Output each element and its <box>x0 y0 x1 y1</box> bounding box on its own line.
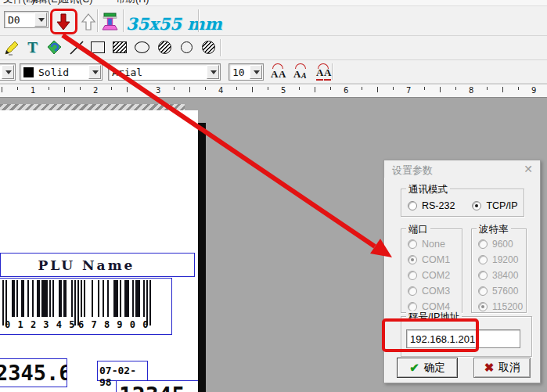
menu-item-3[interactable]: 通讯(C) <box>59 0 92 6</box>
scale-device-icon <box>101 11 120 31</box>
plu-name-field[interactable]: PLU Name <box>0 253 195 277</box>
chevron-down-icon[interactable] <box>34 13 47 27</box>
ruler-number: 7 <box>406 86 411 95</box>
radio-none: None <box>408 236 450 252</box>
upload-from-scale-button[interactable] <box>78 12 98 31</box>
download-to-scale-button[interactable] <box>53 12 73 31</box>
font-underline-button[interactable]: A A <box>313 63 334 81</box>
radio-com2: COM2 <box>408 268 450 283</box>
font-size-value: 10 <box>232 67 245 78</box>
dialog-title-bar[interactable]: 设置参数 ✕ <box>384 160 540 178</box>
ok-button[interactable]: ✔ 确定 <box>397 358 458 378</box>
scale-settings-button[interactable] <box>100 11 120 31</box>
radio-icon <box>478 271 488 280</box>
fill-style-value: Solid <box>38 67 69 78</box>
ruler-tick <box>111 87 112 90</box>
label-number-combobox[interactable]: D0 <box>4 11 49 28</box>
label-top-hatch-border <box>0 104 185 110</box>
ellipse-outline-icon <box>135 41 149 53</box>
radio-19200: 19200 <box>478 252 523 268</box>
fill-swatch-black <box>23 67 34 77</box>
radio-icon <box>408 271 417 280</box>
ruler-tick <box>440 87 441 92</box>
rectangle-hatched-icon <box>113 41 127 53</box>
label-editor-window: 文件(F)编辑(E)通讯(C)帮助(H) D0 35x55 <box>0 0 547 392</box>
ruler-number: 2 <box>93 86 98 95</box>
label-design-page[interactable]: PLU Name 0 1 2 3 4 5 6 7 8 9 0 0 2345.6 … <box>0 110 198 392</box>
font-name-value: Arial <box>112 67 142 78</box>
date-field[interactable]: 07-02-98 <box>97 361 148 381</box>
ruler-tick <box>252 87 253 92</box>
radio-icon[interactable] <box>472 201 481 210</box>
baud-rate-group: 波特率 9600192003840057600115200 <box>471 228 527 313</box>
baud-rate-label: 波特率 <box>477 223 511 236</box>
circle-tool-button[interactable] <box>177 38 196 57</box>
ruler-tick <box>49 87 49 90</box>
ruler-tick <box>330 87 331 90</box>
radio-icon <box>478 302 488 311</box>
ip-address-label: 秤号/IP地址 <box>406 311 462 324</box>
ellipse-hatched-icon <box>158 41 171 54</box>
clipped-combobox[interactable] <box>0 63 16 81</box>
image-tool-button[interactable] <box>45 38 64 57</box>
ruler-tick <box>80 87 81 90</box>
barcode-digits-right: 6 7 8 9 0 0 <box>78 319 149 330</box>
radio-icon <box>478 286 488 296</box>
ruler-tick <box>502 87 503 92</box>
barcode-field[interactable]: 0 1 2 3 4 5 6 7 8 9 0 0 <box>0 278 172 335</box>
ruler-number: 4 <box>218 86 223 95</box>
ip-address-input[interactable] <box>406 329 520 348</box>
radio-label: COM1 <box>422 254 450 265</box>
radio-icon <box>478 255 488 264</box>
filled-circle-tool-button[interactable] <box>199 38 218 57</box>
ruler-tick <box>455 87 456 90</box>
chevron-down-icon[interactable] <box>2 65 14 79</box>
radio-tcp/ip[interactable]: TCP/IP <box>472 199 517 213</box>
line-tool-button[interactable] <box>67 38 86 57</box>
total-price-text: 12345.6 <box>119 383 198 392</box>
ruler-tick <box>487 87 488 90</box>
text-tool-button[interactable]: T <box>23 38 42 57</box>
rectangle-tool-button[interactable] <box>88 38 107 57</box>
chevron-down-icon[interactable] <box>207 65 219 79</box>
total-price-field[interactable]: 12345.6 <box>116 380 198 392</box>
filled-rectangle-tool-button[interactable] <box>110 38 129 57</box>
radio-38400: 38400 <box>478 268 523 283</box>
pen-tool-button[interactable] <box>2 38 21 57</box>
ruler-tick <box>377 87 378 92</box>
fill-style-combobox[interactable]: Solid <box>20 63 103 81</box>
cancel-button-label: 取消 <box>498 361 520 375</box>
radio-label: TCP/IP <box>486 200 517 211</box>
menu-item-4[interactable]: 帮助(H) <box>116 0 149 6</box>
filled-ellipse-tool-button[interactable] <box>155 38 175 57</box>
radio-label: COM2 <box>422 270 450 281</box>
rectangle-outline-icon <box>91 41 105 53</box>
ellipse-tool-button[interactable] <box>132 38 152 57</box>
menu-item-2[interactable]: 编辑(E) <box>28 0 61 6</box>
radio-icon <box>408 286 417 296</box>
font-size-up-button[interactable]: A A <box>268 63 289 81</box>
font-name-combobox[interactable]: Arial <box>108 63 221 81</box>
ruler-tick <box>205 87 206 90</box>
cancel-button[interactable]: ✖ 取消 <box>473 358 531 378</box>
ruler-tick <box>236 87 237 90</box>
ip-address-group: 秤号/IP地址 <box>401 316 532 357</box>
ruler-number: 8 <box>469 86 473 95</box>
ruler-tick <box>518 87 519 90</box>
font-size-down-button[interactable]: A A <box>290 63 311 81</box>
radio-icon[interactable] <box>408 201 417 210</box>
font-size-combobox[interactable]: 10 <box>229 63 264 81</box>
chevron-down-icon[interactable] <box>88 65 101 79</box>
check-icon: ✔ <box>409 361 419 375</box>
chevron-down-icon[interactable] <box>250 65 262 79</box>
radio-rs-232[interactable]: RS-232 <box>408 199 455 213</box>
comm-mode-group: 通讯模式 RS-232TCP/IP <box>401 189 524 217</box>
upload-arrow-icon <box>80 13 97 31</box>
font-button-letter: A <box>301 71 307 80</box>
close-icon[interactable]: ✕ <box>522 163 534 175</box>
circle-outline-icon <box>181 41 193 53</box>
price-field[interactable]: 2345.6 <box>0 358 67 387</box>
download-arrow-icon <box>55 13 72 31</box>
port-group: 端口 NoneCOM1COM2COM3COM4 <box>401 228 462 313</box>
ruler-tick <box>393 87 394 90</box>
